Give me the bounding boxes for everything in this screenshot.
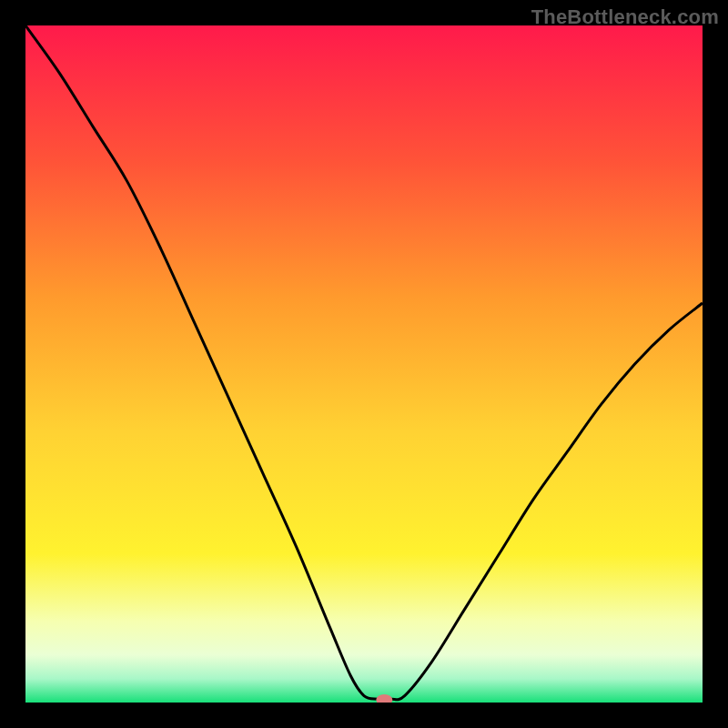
chart-svg <box>25 25 703 703</box>
chart-frame: TheBottleneck.com <box>0 0 728 728</box>
chart-background-gradient <box>25 25 703 703</box>
chart-plot-area <box>25 25 703 703</box>
watermark-text: TheBottleneck.com <box>531 5 719 29</box>
